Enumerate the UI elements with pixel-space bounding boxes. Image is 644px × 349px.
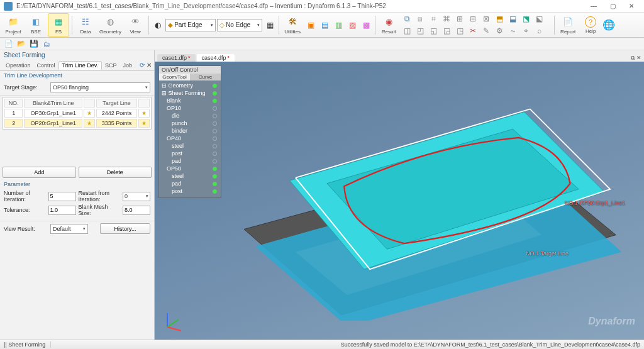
close-button[interactable]: ✕ xyxy=(623,1,640,12)
ribbon-utilities[interactable]: 🛠Utilities xyxy=(282,13,303,37)
col-no: NO. xyxy=(4,99,23,108)
tool-icon[interactable]: ⊞ xyxy=(454,13,465,25)
restart-dropdown[interactable]: 0▾ xyxy=(123,192,150,201)
no-edge-combo[interactable]: ◇No Edge▾ xyxy=(217,19,262,31)
open-icon[interactable]: 📂 xyxy=(16,39,26,49)
save-icon[interactable]: 💾 xyxy=(29,39,39,49)
star-icon[interactable]: ★ xyxy=(142,120,147,126)
table-row[interactable]: 1 OP30:Grp1_Line1 ★ 2442 Points ★ xyxy=(4,109,150,118)
view-result-label: View Result: xyxy=(4,226,48,232)
tool-icon[interactable]: ⌕ xyxy=(533,25,545,36)
util-1-icon[interactable]: ▣ xyxy=(305,19,316,31)
target-stage-label: Target Stage: xyxy=(4,84,48,91)
star-icon[interactable]: ★ xyxy=(142,110,147,116)
tool-icon[interactable]: ✎ xyxy=(480,25,492,36)
undock-icon[interactable]: ⧉ xyxy=(631,55,635,62)
tool-icon[interactable]: ◳ xyxy=(454,25,465,36)
tool-icon[interactable]: ◱ xyxy=(428,25,439,36)
star-icon[interactable]: ★ xyxy=(87,120,92,126)
util-3-icon[interactable]: ▥ xyxy=(333,19,344,31)
tool-icon[interactable]: ⬕ xyxy=(533,13,545,25)
svg-line-6 xyxy=(167,327,181,331)
util-5-icon[interactable]: ▩ xyxy=(360,19,372,31)
tab-scp[interactable]: SCP xyxy=(102,62,120,69)
tol-input[interactable] xyxy=(48,206,76,215)
shade-icon[interactable]: ◐ xyxy=(152,19,164,31)
iter-input[interactable] xyxy=(48,192,76,201)
part-edge-combo[interactable]: ◆Part Edge▾ xyxy=(165,19,216,31)
brand-watermark: Dynaform xyxy=(588,316,635,327)
ribbon-data[interactable]: ☷Data xyxy=(75,13,96,37)
new-icon[interactable]: 📄 xyxy=(4,39,14,49)
util-2-icon[interactable]: ▤ xyxy=(319,19,330,31)
annotation-target-line: NO.1 Target Line xyxy=(526,250,569,257)
annotation-trim-line: NO.1 OP30:Grp1_Line1 xyxy=(565,200,625,206)
ribbon-report[interactable]: 📄Report xyxy=(557,13,579,37)
ribbon-fs[interactable]: ▦FS xyxy=(48,13,69,37)
tool-icon[interactable]: ⏦ xyxy=(507,25,518,36)
tab-trim-line-dev[interactable]: Trim Line Dev. xyxy=(58,61,103,70)
section-label: Trim Line Development xyxy=(0,71,154,80)
ribbon-view[interactable]: 👁View xyxy=(125,13,146,37)
ribbon-help[interactable]: ?Help xyxy=(580,13,601,37)
tool-icon[interactable]: ◲ xyxy=(441,25,452,36)
view-result-dropdown[interactable]: Default▾ xyxy=(50,224,88,234)
maximize-button[interactable]: ▢ xyxy=(604,1,621,12)
close-doc-icon[interactable]: ✕ xyxy=(636,55,641,62)
tab-operation[interactable]: Operation xyxy=(3,62,34,69)
tol-label: Tolerance: xyxy=(4,207,46,213)
refresh-icon[interactable]: ⟳ xyxy=(140,62,145,69)
close-panel-icon[interactable]: ✕ xyxy=(147,62,152,69)
tool-icon[interactable]: ◰ xyxy=(414,25,426,36)
tool-icon[interactable]: ⬔ xyxy=(520,13,531,25)
tool-icon[interactable]: ⊠ xyxy=(480,13,492,25)
util-4-icon[interactable]: ▨ xyxy=(347,19,358,31)
add-button[interactable]: Add xyxy=(3,167,76,178)
col-target: Target Line xyxy=(96,99,137,108)
axis-triad-icon xyxy=(161,308,186,333)
tool-icon[interactable]: ⧇ xyxy=(414,13,426,25)
star-icon[interactable]: ★ xyxy=(87,110,92,116)
status-left: || Sheet Forming xyxy=(4,341,51,348)
tool-icon[interactable]: ◫ xyxy=(401,25,413,36)
tool-icon[interactable]: ⧉ xyxy=(401,13,413,25)
svg-line-7 xyxy=(167,319,179,327)
ribbon-bse[interactable]: ◧BSE xyxy=(25,13,47,37)
window-title: E:/ETA/DYNAFORM_test/6.1_test_cases/Blan… xyxy=(16,3,585,9)
canvas-3d[interactable]: On/Off Control Geom/Tool Curve ⊟ Geometr… xyxy=(155,62,644,340)
mesh-input[interactable] xyxy=(123,206,150,215)
tool-icon[interactable]: ⌘ xyxy=(441,13,452,25)
document-tabs: case1.dfp* case4.dfp* ⧉ ✕ xyxy=(155,50,644,62)
tool-icon[interactable]: ⬓ xyxy=(507,13,518,25)
ribbon-geometry[interactable]: ◍Geometry xyxy=(97,13,123,37)
tree-tab-geom[interactable]: Geom/Tool xyxy=(159,74,190,80)
tool-icon[interactable]: ⚙ xyxy=(494,25,505,36)
doc-tab-case1[interactable]: case1.dfp* xyxy=(157,54,196,62)
quick-access-bar: 📄 📂 💾 🗂 xyxy=(0,38,644,50)
globe-icon[interactable]: 🌐 xyxy=(603,19,614,31)
save-all-icon[interactable]: 🗂 xyxy=(42,39,52,49)
tool-icon[interactable]: ✂ xyxy=(467,25,479,36)
table-row[interactable]: 2 OP20:Grp1_Line1 ★ 3335 Points ★ xyxy=(4,119,150,128)
iter-label: Number of Iteration: xyxy=(4,190,46,202)
ribbon-result[interactable]: ◉Result xyxy=(378,13,399,37)
tab-job[interactable]: Job xyxy=(120,62,136,69)
tool-icon[interactable]: ⌗ xyxy=(428,13,439,25)
delete-button[interactable]: Delete xyxy=(79,167,152,178)
tree-tab-curve[interactable]: Curve xyxy=(190,74,221,80)
tool-icon[interactable]: ⊟ xyxy=(467,13,479,25)
history-button[interactable]: History... xyxy=(100,223,150,234)
tool-icon[interactable]: ⌖ xyxy=(520,25,531,36)
toggle-icon[interactable]: ▦ xyxy=(264,19,275,31)
panel-title: Sheet Forming xyxy=(0,50,154,60)
tool-icon[interactable]: ⬒ xyxy=(494,13,505,25)
minimize-button[interactable]: ― xyxy=(585,1,602,12)
tab-control[interactable]: Control xyxy=(34,62,58,69)
doc-tab-case4[interactable]: case4.dfp* xyxy=(197,54,235,62)
trim-line-table: NO. Blank&Trim Line Target Line 1 OP30:G… xyxy=(3,97,152,130)
target-stage-dropdown[interactable]: OP50 flanging▾ xyxy=(50,82,150,92)
ribbon-project[interactable]: 📁Project xyxy=(3,13,24,37)
titlebar: E:/ETA/DYNAFORM_test/6.1_test_cases/Blan… xyxy=(0,0,644,13)
status-bar: || Sheet Forming Successfully saved mode… xyxy=(0,340,644,349)
app-icon xyxy=(4,2,13,11)
